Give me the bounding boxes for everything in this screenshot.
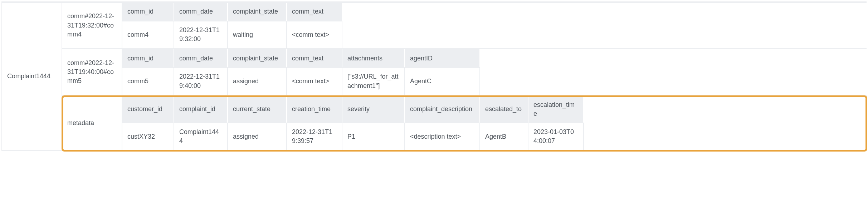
column-header: current_state (228, 96, 287, 123)
attr-header-row: comm_id comm_date complaint_state comm_t… (122, 3, 342, 21)
sort-key-cell: comm#2022-12-31T19:32:00#comm4 (62, 3, 122, 48)
record-attributes: comm_id comm_date complaint_state comm_t… (122, 3, 342, 48)
cell-value: Complaint1444 (174, 123, 228, 150)
column-header: severity (342, 96, 405, 123)
column-header: complaint_id (174, 96, 228, 123)
sort-key-cell: metadata (62, 96, 122, 150)
cell-value: comm4 (122, 21, 174, 48)
cell-value: custXY32 (122, 123, 174, 150)
attr-data-row: custXY32 Complaint1444 assigned 2022-12-… (122, 123, 584, 150)
sort-key-value: comm#2022-12-31T19:32:00#comm4 (67, 12, 117, 39)
cell-value: ["s3://URL_for_attachment1"] (342, 68, 405, 94)
cell-value: waiting (228, 21, 287, 48)
cell-value: 2023-01-03T04:00:07 (528, 123, 584, 150)
column-header: escalated_to (480, 96, 528, 123)
attr-header-row: comm_id comm_date complaint_state comm_t… (122, 49, 480, 67)
column-header: escalation_time (528, 96, 584, 123)
column-header: agentID (405, 49, 480, 67)
attr-data-row: comm5 2022-12-31T19:40:00 assigned <comm… (122, 67, 480, 94)
cell-value: assigned (228, 123, 287, 150)
cell-value: P1 (342, 123, 405, 150)
sort-key-cell: comm#2022-12-31T19:40:00#comm5 (62, 49, 122, 94)
cell-value: <comm text> (287, 68, 342, 94)
attr-data-row: comm4 2022-12-31T19:32:00 waiting <comm … (122, 21, 342, 48)
complaint-table: Complaint1444 comm#2022-12-31T19:32:00#c… (1, 1, 867, 151)
column-header: complaint_description (405, 96, 480, 123)
cell-value: AgentB (480, 123, 528, 150)
column-header: comm_text (287, 49, 342, 67)
column-header: comm_id (122, 49, 174, 67)
partition-key-value: Complaint1444 (7, 73, 50, 80)
sort-key-value: metadata (67, 119, 94, 128)
column-header: comm_text (287, 3, 342, 21)
record-row: comm#2022-12-31T19:40:00#comm5 comm_id c… (62, 49, 867, 96)
cell-value: 2022-12-31T19:32:00 (174, 21, 228, 48)
partition-key-cell: Complaint1444 (1, 3, 62, 151)
record-attributes: comm_id comm_date complaint_state comm_t… (122, 49, 480, 94)
column-header: comm_id (122, 3, 174, 21)
column-header: comm_date (174, 3, 228, 21)
cell-value: AgentC (405, 68, 480, 94)
column-header: creation_time (287, 96, 342, 123)
sort-key-value: comm#2022-12-31T19:40:00#comm5 (67, 59, 117, 86)
cell-value: assigned (228, 68, 287, 94)
column-header: customer_id (122, 96, 174, 123)
record-attributes: customer_id complaint_id current_state c… (122, 96, 584, 150)
record-row: comm#2022-12-31T19:32:00#comm4 comm_id c… (62, 3, 867, 49)
cell-value: <comm text> (287, 21, 342, 48)
column-header: comm_date (174, 49, 228, 67)
records-container: comm#2022-12-31T19:32:00#comm4 comm_id c… (62, 3, 867, 151)
cell-value: 2022-12-31T19:40:00 (174, 68, 228, 94)
column-header: complaint_state (228, 49, 287, 67)
cell-value: <description text> (405, 123, 480, 150)
column-header: complaint_state (228, 3, 287, 21)
cell-value: comm5 (122, 68, 174, 94)
cell-value: 2022-12-31T19:39:57 (287, 123, 342, 150)
record-row-highlighted: metadata customer_id complaint_id curren… (62, 96, 867, 151)
column-header: attachments (342, 49, 405, 67)
attr-header-row: customer_id complaint_id current_state c… (122, 96, 584, 123)
